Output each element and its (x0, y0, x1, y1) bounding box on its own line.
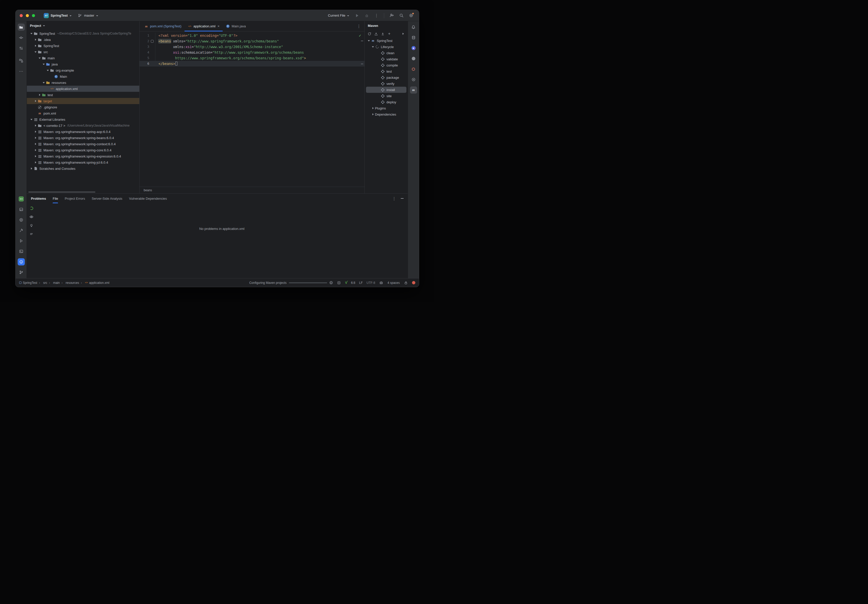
maven-tree-row[interactable]: Dependencies (365, 111, 408, 117)
project-tree-row[interactable]: org.example (27, 67, 139, 73)
vcs-branch-widget[interactable]: master (76, 12, 100, 19)
background-task-widget[interactable]: Configuring Maven projects (249, 281, 333, 285)
error-badge[interactable] (412, 281, 415, 284)
breadcrumb-item[interactable]: main (47, 281, 60, 285)
panel-options-kebab-icon[interactable] (392, 196, 396, 201)
indent-widget[interactable]: 4 spaces (388, 281, 400, 285)
project-tree-row[interactable]: Maven: org.springframework:spring-jcl:6.… (27, 159, 139, 165)
cancel-progress-icon[interactable] (329, 281, 333, 284)
encoding-widget[interactable]: UTF-8 (367, 281, 375, 285)
problems-tab[interactable]: Vulnerable Dependencies (129, 194, 167, 203)
tree-chevron-icon[interactable] (29, 166, 34, 171)
tree-chevron-icon[interactable] (34, 99, 37, 103)
project-tree-row[interactable]: External Libraries (27, 116, 139, 123)
maven-tree-row[interactable]: test (365, 68, 408, 75)
problems-tool-icon[interactable] (18, 258, 25, 266)
project-tree-row[interactable]: SpringTest (27, 43, 139, 49)
tree-chevron-icon[interactable] (371, 45, 375, 49)
window-minimize-button[interactable] (26, 14, 29, 17)
project-tree-row[interactable]: pom.xml (27, 110, 139, 116)
project-tree-row[interactable]: Main (27, 73, 139, 79)
tree-chevron-icon[interactable] (34, 37, 37, 42)
tree-chevron-icon[interactable] (34, 44, 37, 48)
debug-button[interactable] (363, 12, 370, 19)
settings-button[interactable] (407, 12, 415, 19)
project-panel-header[interactable]: Project (27, 21, 139, 30)
maven-tree-row[interactable]: site (365, 93, 408, 99)
breadcrumb-tag[interactable]: beans (144, 188, 152, 192)
run-button[interactable] (353, 12, 361, 19)
reload-maven-icon[interactable] (366, 31, 372, 37)
status-plugin-icon[interactable] (336, 281, 341, 285)
tree-chevron-icon[interactable] (34, 124, 37, 127)
ai-assistant-icon[interactable] (410, 45, 417, 52)
dependencies-icon[interactable] (410, 76, 417, 83)
inspections-ok-icon[interactable] (359, 33, 361, 38)
tree-chevron-icon[interactable] (46, 68, 50, 72)
tree-chevron-icon[interactable] (371, 112, 375, 116)
tree-chevron-icon[interactable] (29, 117, 34, 121)
terminal-tool-icon[interactable] (18, 248, 25, 255)
code-line[interactable]: 1<?xml version="1.0" encoding="UTF-8"?> (140, 33, 364, 38)
code-line[interactable]: 3 xmlns:xsi="http://www.w3.org/2001/XMLS… (140, 44, 364, 50)
problems-tab[interactable]: Project Errors (65, 194, 85, 203)
project-tree-row[interactable]: Scratches and Consoles (27, 165, 139, 172)
download-sources-icon[interactable] (373, 31, 379, 37)
editor-tab[interactable]: pom.xml (SpringTest) (141, 21, 184, 31)
tree-chevron-icon[interactable] (42, 81, 46, 85)
tree-chevron-icon[interactable] (34, 136, 37, 140)
hide-panel-icon[interactable] (401, 198, 404, 199)
code-line[interactable]: 4 xsi:schemaLocation="http://www.springf… (140, 50, 364, 55)
project-widget[interactable]: ST SpringTest (42, 12, 74, 19)
error-stripe-mark[interactable] (361, 64, 363, 64)
project-tree-row[interactable]: application.xml (27, 86, 139, 92)
tree-chevron-icon[interactable] (42, 62, 46, 66)
code-line[interactable]: 5 https://www.springframework.org/schema… (140, 55, 364, 61)
project-tree-row[interactable]: < corretto-17 > /Users/eve/Library/Java/… (27, 123, 139, 129)
log-list-icon[interactable] (29, 231, 34, 237)
maven-panel-header[interactable]: Maven (365, 21, 408, 30)
problems-tab[interactable]: File (53, 194, 58, 203)
expand-toolbar-icon[interactable] (400, 31, 406, 37)
maven-tree-row[interactable]: validate (365, 56, 408, 62)
line-separator-widget[interactable]: LF (359, 281, 363, 285)
code-editor[interactable]: 1<?xml version="1.0" encoding="UTF-8"?>2… (140, 31, 364, 187)
maven-tree-row[interactable]: compile (365, 62, 408, 68)
breadcrumb-item[interactable]: src (37, 281, 47, 285)
maven-tree-row[interactable]: SpringTest (365, 37, 408, 44)
maven-tree-row[interactable]: Lifecycle (365, 44, 408, 50)
editor-tab[interactable]: application.xml (184, 21, 223, 31)
tree-chevron-icon[interactable] (34, 154, 37, 158)
run-tool-icon[interactable] (18, 237, 25, 244)
breadcrumb-item[interactable]: resources (60, 281, 79, 285)
project-tree-row[interactable]: target (27, 98, 139, 104)
project-tree-row[interactable]: .idea (27, 37, 139, 43)
notifications-bell-icon[interactable] (410, 23, 417, 31)
gutter-widget-icon[interactable] (149, 38, 155, 44)
code-line[interactable]: 2<beans xmlns="http://www.springframewor… (140, 38, 364, 44)
project-tool-icon[interactable] (18, 23, 25, 31)
lock-icon[interactable] (404, 281, 408, 285)
maven-tree-row[interactable]: clean (365, 50, 408, 56)
maven-tree-row[interactable]: package (365, 75, 408, 81)
tree-chevron-icon[interactable] (34, 50, 37, 54)
window-zoom-button[interactable] (32, 14, 35, 17)
gradle-icon[interactable] (410, 55, 417, 62)
problems-title[interactable]: Problems (31, 197, 46, 200)
pull-requests-tool-icon[interactable] (18, 45, 25, 52)
project-tree-row[interactable]: src (27, 49, 139, 55)
project-tree-row[interactable]: Maven: org.springframework:spring-contex… (27, 141, 139, 147)
tree-chevron-icon[interactable] (34, 130, 37, 134)
maven-tree-row[interactable]: verify (365, 81, 408, 87)
project-tree-row[interactable]: main (27, 55, 139, 61)
maven-tree-row[interactable]: Plugins (365, 105, 408, 111)
plugin-icon[interactable] (18, 196, 25, 202)
project-tree-row[interactable]: SpringTest ~/Desktop/CS/JavaEE/2 Java Sp… (27, 30, 139, 37)
v-check-icon[interactable] (345, 281, 347, 285)
problems-tab[interactable]: Server-Side Analysis (92, 194, 122, 203)
project-tree-row[interactable]: Maven: org.springframework:spring-expres… (27, 153, 139, 159)
tab-close-icon[interactable] (217, 25, 220, 28)
lightbulb-icon[interactable] (29, 223, 34, 228)
database-icon[interactable] (410, 34, 417, 41)
tree-chevron-icon[interactable] (367, 39, 371, 43)
